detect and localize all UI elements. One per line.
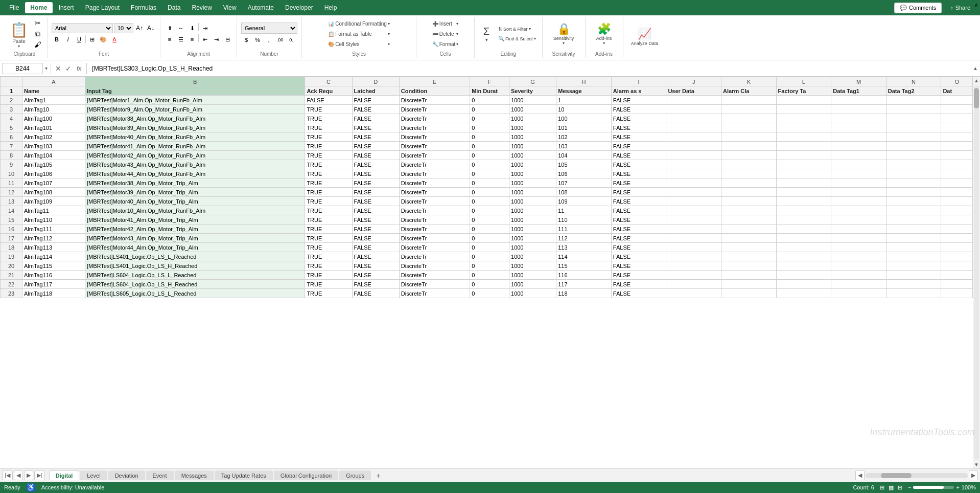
cell-L-4[interactable]: [776, 114, 831, 123]
col-header-n[interactable]: N: [886, 77, 941, 86]
cell-E-22[interactable]: DiscreteTr: [399, 280, 470, 289]
row-number-7[interactable]: 7: [1, 142, 22, 151]
cell-N-11[interactable]: [886, 178, 941, 188]
cell-H-16[interactable]: 111: [556, 225, 612, 234]
row-number-19[interactable]: 19: [1, 252, 22, 261]
header-data-tag2[interactable]: Data Tag2: [886, 86, 941, 96]
cell-M-16[interactable]: [831, 225, 886, 234]
menu-insert[interactable]: Insert: [54, 2, 79, 13]
cell-B-17[interactable]: [MBRTest]Motor43_Alm.Op_Motor_Trip_Alm: [85, 234, 305, 243]
cell-M-2[interactable]: [831, 96, 886, 105]
cell-L-15[interactable]: [776, 215, 831, 225]
cell-I-5[interactable]: FALSE: [611, 123, 666, 132]
cell-E-15[interactable]: DiscreteTr: [399, 215, 470, 225]
align-center-button[interactable]: ☰: [176, 34, 186, 44]
cell-reference-input[interactable]: [2, 63, 43, 74]
menu-review[interactable]: Review: [186, 2, 217, 13]
table-row[interactable]: 23AlmTag118[MBRTest]LS605_Logic.Op_LS_L_…: [1, 289, 973, 298]
cell-J-7[interactable]: [666, 142, 721, 151]
cell-K-17[interactable]: [721, 234, 777, 243]
cell-M-14[interactable]: [831, 206, 886, 215]
cell-A-6[interactable]: AlmTag102: [22, 132, 85, 142]
col-header-i[interactable]: I: [611, 77, 666, 86]
cell-K-16[interactable]: [721, 225, 777, 234]
cell-J-10[interactable]: [666, 169, 721, 178]
cell-J-11[interactable]: [666, 178, 721, 188]
cell-F-20[interactable]: 0: [470, 261, 509, 271]
cell-F-22[interactable]: 0: [470, 280, 509, 289]
scroll-down-button[interactable]: ▼: [973, 461, 980, 468]
cell-I-15[interactable]: FALSE: [611, 215, 666, 225]
cell-M-4[interactable]: [831, 114, 886, 123]
cell-O-18[interactable]: [941, 243, 973, 252]
cell-D-2[interactable]: FALSE: [352, 96, 399, 105]
cell-D-12[interactable]: FALSE: [352, 188, 399, 197]
cell-K-15[interactable]: [721, 215, 777, 225]
cell-O-7[interactable]: [941, 142, 973, 151]
sort-filter-button[interactable]: ⇅ Sort & Filter ▾: [496, 25, 538, 34]
cell-C-7[interactable]: TRUE: [305, 142, 352, 151]
confirm-formula-button[interactable]: ✓: [64, 64, 73, 73]
cell-A-11[interactable]: AlmTag107: [22, 178, 85, 188]
cell-E-19[interactable]: DiscreteTr: [399, 252, 470, 261]
cell-N-3[interactable]: [886, 105, 941, 114]
find-select-button[interactable]: 🔍 Find & Select ▾: [496, 34, 538, 43]
cell-I-3[interactable]: FALSE: [611, 105, 666, 114]
cell-K-11[interactable]: [721, 178, 777, 188]
row-number-23[interactable]: 23: [1, 289, 22, 298]
cell-C-17[interactable]: TRUE: [305, 234, 352, 243]
cell-H-7[interactable]: 103: [556, 142, 612, 151]
cell-J-6[interactable]: [666, 132, 721, 142]
spreadsheet-scroll-area[interactable]: A B C D E F G H I J K L M N O: [0, 77, 973, 468]
cell-I-16[interactable]: FALSE: [611, 225, 666, 234]
wrap-text-button[interactable]: ⇥: [200, 23, 210, 33]
cell-B-3[interactable]: [MBRTest]Motor9_Alm.Op_Motor_RunFb_Alm: [85, 105, 305, 114]
share-button[interactable]: ↑ Share: [945, 3, 976, 13]
cell-G-23[interactable]: 1000: [509, 289, 556, 298]
cell-F-10[interactable]: 0: [470, 169, 509, 178]
cell-J-9[interactable]: [666, 160, 721, 169]
cell-M-17[interactable]: [831, 234, 886, 243]
cell-E-13[interactable]: DiscreteTr: [399, 197, 470, 206]
cell-N-7[interactable]: [886, 142, 941, 151]
add-sheet-button[interactable]: +: [372, 470, 384, 481]
cell-I-17[interactable]: FALSE: [611, 234, 666, 243]
insert-function-button[interactable]: fx: [75, 65, 83, 72]
cell-A-4[interactable]: AlmTag100: [22, 114, 85, 123]
italic-button[interactable]: I: [63, 34, 73, 44]
row-number-16[interactable]: 16: [1, 225, 22, 234]
cell-K-2[interactable]: [721, 96, 777, 105]
cell-F-4[interactable]: 0: [470, 114, 509, 123]
cell-E-21[interactable]: DiscreteTr: [399, 271, 470, 280]
table-row[interactable]: 9AlmTag105[MBRTest]Motor43_Alm.Op_Motor_…: [1, 160, 973, 169]
cell-L-2[interactable]: [776, 96, 831, 105]
cell-G-13[interactable]: 1000: [509, 197, 556, 206]
sheet-tab-level[interactable]: Level: [80, 470, 107, 480]
row-number-22[interactable]: 22: [1, 280, 22, 289]
cell-L-22[interactable]: [776, 280, 831, 289]
cell-H-13[interactable]: 109: [556, 197, 612, 206]
cell-H-6[interactable]: 102: [556, 132, 612, 142]
cell-B-9[interactable]: [MBRTest]Motor43_Alm.Op_Motor_RunFb_Alm: [85, 160, 305, 169]
table-row[interactable]: 15AlmTag110[MBRTest]Motor41_Alm.Op_Motor…: [1, 215, 973, 225]
align-left-button[interactable]: ≡: [165, 34, 175, 44]
cell-O-12[interactable]: [941, 188, 973, 197]
cell-K-4[interactable]: [721, 114, 777, 123]
cell-A-3[interactable]: AlmTag10: [22, 105, 85, 114]
cell-C-4[interactable]: TRUE: [305, 114, 352, 123]
cell-A-20[interactable]: AlmTag115: [22, 261, 85, 271]
cell-N-2[interactable]: [886, 96, 941, 105]
cell-I-7[interactable]: FALSE: [611, 142, 666, 151]
header-min-durat[interactable]: Min Durat: [470, 86, 509, 96]
cell-M-13[interactable]: [831, 197, 886, 206]
cell-I-23[interactable]: FALSE: [611, 289, 666, 298]
table-row[interactable]: 21AlmTag116[MBRTest]LS604_Logic.Op_LS_L_…: [1, 271, 973, 280]
table-row[interactable]: 14AlmTag11[MBRTest]Motor10_Alm.Op_Motor_…: [1, 206, 973, 215]
cell-K-3[interactable]: [721, 105, 777, 114]
cell-A-16[interactable]: AlmTag111: [22, 225, 85, 234]
cell-B-16[interactable]: [MBRTest]Motor42_Alm.Op_Motor_Trip_Alm: [85, 225, 305, 234]
cell-I-10[interactable]: FALSE: [611, 169, 666, 178]
cell-L-20[interactable]: [776, 261, 831, 271]
cell-B-21[interactable]: [MBRTest]LS604_Logic.Op_LS_L_Reached: [85, 271, 305, 280]
cell-M-20[interactable]: [831, 261, 886, 271]
